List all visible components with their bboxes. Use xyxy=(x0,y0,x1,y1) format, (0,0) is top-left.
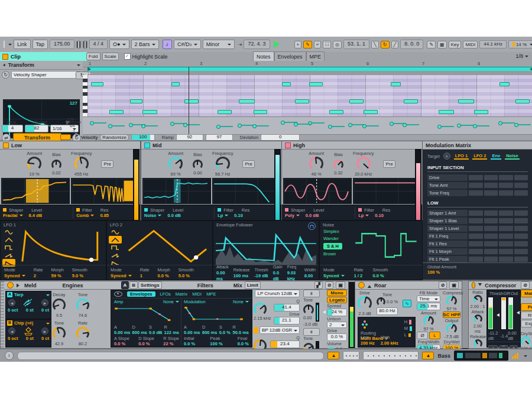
filter-b-enable[interactable] xyxy=(254,327,258,333)
unison-menu[interactable]: 2 xyxy=(327,322,347,328)
amp-sustain[interactable]: 0.0 dB xyxy=(149,330,163,335)
rotate-field[interactable]: 82 xyxy=(25,125,48,132)
noise-mode-brown[interactable]: Brown xyxy=(323,251,342,257)
filter-enable[interactable] xyxy=(76,208,80,212)
matrix-cell[interactable] xyxy=(514,175,528,180)
next-engine-icon[interactable]: ▶ xyxy=(41,299,48,306)
rate-value[interactable]: 1 / 2 xyxy=(354,273,363,278)
prev-engine-icon[interactable]: ◀ xyxy=(8,327,15,335)
band-enable-toggle[interactable] xyxy=(3,142,9,148)
highlight-scale-toggle[interactable]: ✓ Highlight Scale xyxy=(124,53,168,60)
tab-settings[interactable]: Settings xyxy=(138,281,162,289)
midi-note[interactable] xyxy=(515,99,530,103)
filter-type-menu[interactable]: Lp xyxy=(358,213,369,218)
shaper-type-menu[interactable]: Poly xyxy=(285,213,300,218)
thresh-value[interactable]: -11.2 dB xyxy=(488,330,500,341)
thresh-handle[interactable] xyxy=(495,313,499,317)
matrix-cell[interactable] xyxy=(484,218,498,223)
scale-mode-icon[interactable]: ♪ xyxy=(163,40,173,49)
shaper-display[interactable] xyxy=(142,178,211,204)
matrix-cell[interactable] xyxy=(469,218,483,223)
engine-b-menu[interactable]: Chip (>#) xyxy=(14,320,33,326)
matrix-cell[interactable] xyxy=(514,249,528,254)
matrix-cell[interactable] xyxy=(469,241,483,246)
tab-b[interactable]: B xyxy=(129,281,138,289)
sc-hpf-button[interactable]: SC HPF xyxy=(443,312,460,318)
roar-drive-knob[interactable]: Drive 2.3 dB xyxy=(358,290,372,316)
midi-note[interactable] xyxy=(184,99,199,103)
scale-root-menu[interactable]: C#/D♭ xyxy=(174,40,201,49)
tone-freq-field[interactable]: 80.0 Hz xyxy=(377,307,398,315)
amount-knob[interactable] xyxy=(168,157,183,171)
mode-menu[interactable]: Synced xyxy=(111,273,132,278)
next-engine-icon[interactable]: ▶ xyxy=(41,327,48,335)
matrix-cell[interactable] xyxy=(484,241,498,246)
transform-tool-menu[interactable]: Velocity Shaper xyxy=(11,71,81,79)
link-button[interactable]: Link xyxy=(14,40,31,49)
velocity-marker[interactable] xyxy=(329,126,345,127)
midi-note[interactable] xyxy=(349,99,364,103)
compressor-title-bar[interactable]: Compressor ⊘ xyxy=(469,281,532,290)
clip-tab[interactable]: Clip xyxy=(0,52,88,61)
filter-enable[interactable] xyxy=(218,208,221,212)
matrix-cell[interactable] xyxy=(514,241,528,246)
shaper-type-menu[interactable]: Fractal xyxy=(3,213,23,218)
matrix-cell[interactable] xyxy=(484,249,498,254)
matrix-cell[interactable] xyxy=(514,233,528,239)
rate-value[interactable]: 1 xyxy=(140,273,142,278)
matrix-cell[interactable] xyxy=(469,257,483,262)
zoom-back-icon[interactable]: ⛶ xyxy=(323,41,331,48)
matrix-cell[interactable] xyxy=(514,190,528,196)
midi-note[interactable] xyxy=(142,110,157,114)
velocity-marker[interactable] xyxy=(309,122,325,124)
wave-triangle-icon[interactable] xyxy=(109,236,122,244)
matrix-cell[interactable] xyxy=(499,233,513,239)
drywet-knob[interactable] xyxy=(521,336,530,346)
matrix-cell[interactable] xyxy=(484,226,498,231)
filter-b-type-menu[interactable]: BP 12dB OSR xyxy=(259,326,300,334)
matrix-cell[interactable] xyxy=(469,249,483,254)
frequency-knob[interactable] xyxy=(74,157,89,171)
bias-knob[interactable] xyxy=(193,160,203,170)
shaper-display[interactable] xyxy=(1,178,70,204)
mod-release[interactable]: 50.0 ms xyxy=(232,330,249,335)
frequency-knob-group[interactable]: Frequency 56.7 Hz xyxy=(212,151,233,177)
velocity-marker[interactable] xyxy=(474,125,489,126)
pan-b-button[interactable]: ¢ xyxy=(303,328,320,336)
velocity-marker[interactable] xyxy=(142,125,158,126)
engine-b-knob2[interactable]: Rate 80.2 xyxy=(76,320,89,346)
band-enable-toggle[interactable] xyxy=(285,142,291,148)
matrix-cell[interactable] xyxy=(484,233,498,239)
frequency-knob[interactable] xyxy=(356,157,371,171)
limit-button[interactable]: Limit xyxy=(245,281,261,289)
fold-button[interactable]: Fold xyxy=(86,53,100,60)
mix-tone-a-knob[interactable] xyxy=(303,304,314,315)
play-button[interactable] xyxy=(274,41,283,48)
smooth-value[interactable]: 5.0 % xyxy=(179,273,190,278)
amp-r-slope[interactable]: 22 % xyxy=(163,341,173,346)
res-value[interactable]: 0.10 xyxy=(234,213,243,218)
mod-initial[interactable]: 0.0 % xyxy=(184,341,195,346)
mod-env-target-menu[interactable]: None xyxy=(233,299,249,304)
ratio-knob[interactable] xyxy=(473,295,482,304)
peak-button[interactable]: Peak xyxy=(521,303,532,311)
matrix-cell[interactable] xyxy=(514,226,528,231)
tempo-field[interactable]: 175.00 xyxy=(50,40,74,49)
shaper-enable[interactable] xyxy=(144,208,148,212)
velocity-marker[interactable] xyxy=(91,122,106,124)
wave-square-icon[interactable] xyxy=(2,244,15,251)
engine-b-st[interactable]: 0 st xyxy=(26,336,34,341)
quantization-menu[interactable]: 2 Bars xyxy=(131,40,159,49)
filter-b-q-field[interactable]: 23.4 xyxy=(270,340,300,348)
midi-note[interactable] xyxy=(254,110,267,114)
engine-a-menu[interactable]: Tarp xyxy=(14,292,24,297)
fb-mode-menu[interactable]: Time xyxy=(417,296,440,302)
engine-a-knob1[interactable]: Decay 9.5 xyxy=(53,292,66,318)
device-chain-thumbnail[interactable] xyxy=(454,351,508,361)
amount-knob[interactable] xyxy=(309,157,323,171)
attack-knob[interactable] xyxy=(473,314,482,323)
engine-b-knob1[interactable]: Tone 42.9 xyxy=(53,320,66,346)
width-value[interactable]: 8.00 xyxy=(304,273,313,278)
device-on-toggle[interactable] xyxy=(7,282,14,288)
pre-button[interactable]: Pre xyxy=(101,160,113,168)
